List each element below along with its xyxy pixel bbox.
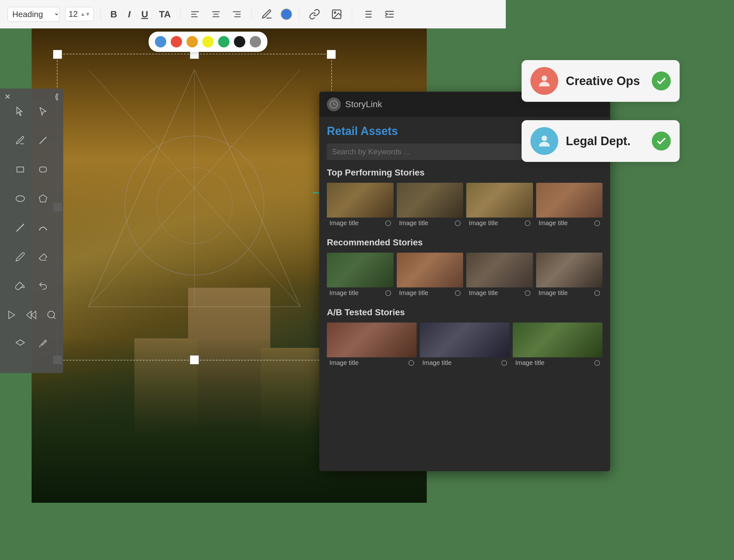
layers-tool[interactable]: [10, 334, 30, 354]
color-green[interactable]: [218, 36, 230, 47]
pen-icon: [261, 9, 273, 20]
color-red[interactable]: [171, 36, 182, 47]
image-card[interactable]: Image title: [327, 323, 416, 368]
image-card[interactable]: Image title: [466, 253, 533, 298]
align-left-button[interactable]: [188, 7, 203, 21]
divider-5: [352, 8, 352, 21]
image-select-radio[interactable]: [408, 360, 414, 366]
image-label: Image title: [539, 289, 568, 297]
image-card[interactable]: Image title: [327, 183, 393, 229]
divider-1: [101, 8, 101, 21]
undo-tool[interactable]: [33, 276, 53, 296]
image-label-row: Image title: [327, 357, 416, 368]
storylink-logo: [327, 97, 341, 111]
eraser-tool[interactable]: [33, 247, 53, 267]
cursor-tool[interactable]: [33, 101, 53, 121]
image-card[interactable]: Image title: [420, 323, 509, 368]
check-icon: [656, 75, 667, 87]
pencil-tool[interactable]: [10, 247, 30, 267]
list-icon: [362, 9, 373, 20]
image-button[interactable]: [329, 7, 345, 22]
image-card[interactable]: Image title: [536, 183, 603, 229]
link-button[interactable]: [306, 7, 323, 22]
creative-ops-avatar: [530, 67, 558, 95]
image-select-radio[interactable]: [594, 220, 600, 226]
section-top-performing: Top Performing Stories: [327, 168, 602, 178]
close-icon[interactable]: ✕: [4, 92, 11, 101]
image-select-radio[interactable]: [455, 290, 460, 296]
image-select-radio[interactable]: [594, 290, 600, 296]
image-label: Image title: [399, 289, 428, 297]
arrow-select-tool[interactable]: [10, 101, 30, 121]
image-card[interactable]: Image title: [513, 323, 602, 368]
image-label: Image title: [330, 359, 359, 366]
tool-row-8: [3, 305, 60, 325]
image-label: Image title: [539, 219, 568, 227]
color-swatch-active[interactable]: [281, 9, 292, 20]
creative-ops-name: Creative Ops: [566, 74, 644, 88]
collapse-icon[interactable]: ⟪: [55, 92, 59, 101]
image-card[interactable]: Image title: [397, 253, 463, 298]
divider-2: [180, 8, 181, 21]
image-label-row: Image title: [513, 357, 602, 368]
color-yellow[interactable]: [202, 36, 214, 47]
tool-row-6: [3, 247, 60, 267]
image-card[interactable]: Image title: [466, 183, 533, 229]
align-center-button[interactable]: [208, 7, 224, 21]
tool-row-3: [3, 159, 60, 180]
svg-marker-35: [9, 311, 15, 319]
color-black[interactable]: [234, 36, 245, 47]
color-gray[interactable]: [250, 36, 261, 47]
person-icon: [536, 73, 552, 89]
curve-tool[interactable]: [33, 218, 53, 238]
play-tool[interactable]: [3, 305, 21, 325]
image-card[interactable]: Image title: [397, 183, 463, 229]
pen-draw-tool[interactable]: [10, 130, 30, 151]
ab-tested-grid: Image title Image title Image title: [327, 323, 602, 368]
italic-button[interactable]: I: [126, 7, 133, 22]
ellipse-tool[interactable]: [10, 188, 30, 209]
rounded-rect-tool[interactable]: [33, 159, 53, 180]
image-select-radio[interactable]: [455, 220, 460, 226]
image-label-row: Image title: [536, 218, 603, 229]
eyedropper-tool[interactable]: [33, 334, 53, 354]
color-blue[interactable]: [155, 36, 166, 47]
heading-select[interactable]: Heading Paragraph Title: [8, 7, 59, 22]
image-select-radio[interactable]: [525, 220, 530, 226]
polygon-tool[interactable]: [33, 188, 53, 209]
image-select-radio[interactable]: [501, 360, 507, 366]
font-size-control[interactable]: 12 ▲▼: [65, 7, 94, 21]
image-icon: [331, 9, 342, 20]
fill-tool[interactable]: [10, 276, 30, 296]
indent-button[interactable]: [381, 7, 398, 22]
underline-button[interactable]: U: [139, 7, 151, 22]
storylink-body[interactable]: Retail Assets Top Performing Stories Ima…: [319, 117, 610, 471]
left-tool-panel: ✕ ⟪: [0, 89, 63, 373]
image-select-radio[interactable]: [385, 220, 391, 226]
image-select-radio[interactable]: [594, 360, 600, 366]
pen-button[interactable]: [259, 7, 275, 22]
line-tool[interactable]: [33, 130, 53, 151]
zoom-tool[interactable]: [43, 305, 60, 325]
svg-rect-31: [40, 167, 46, 172]
creative-ops-card: Creative Ops: [521, 60, 680, 102]
svg-point-43: [541, 76, 547, 81]
top-performing-grid: Image title Image title Image title: [327, 183, 602, 229]
image-card[interactable]: Image title: [536, 253, 603, 298]
diagonal-tool[interactable]: [10, 218, 30, 238]
bold-button[interactable]: B: [108, 7, 120, 22]
color-orange[interactable]: [187, 36, 198, 47]
image-select-radio[interactable]: [385, 290, 391, 296]
ta-button[interactable]: TA: [157, 7, 174, 22]
legal-dept-avatar: [530, 127, 558, 155]
svg-marker-40: [16, 340, 25, 345]
image-thumb-1: [327, 183, 393, 218]
rewind-tool[interactable]: [23, 305, 40, 325]
check-icon: [656, 135, 667, 147]
image-card[interactable]: Image title: [327, 253, 393, 298]
image-select-radio[interactable]: [525, 290, 530, 296]
rectangle-tool[interactable]: [10, 159, 30, 180]
list-button[interactable]: [359, 7, 375, 22]
tool-row-2: [3, 130, 60, 151]
align-right-button[interactable]: [229, 7, 244, 21]
